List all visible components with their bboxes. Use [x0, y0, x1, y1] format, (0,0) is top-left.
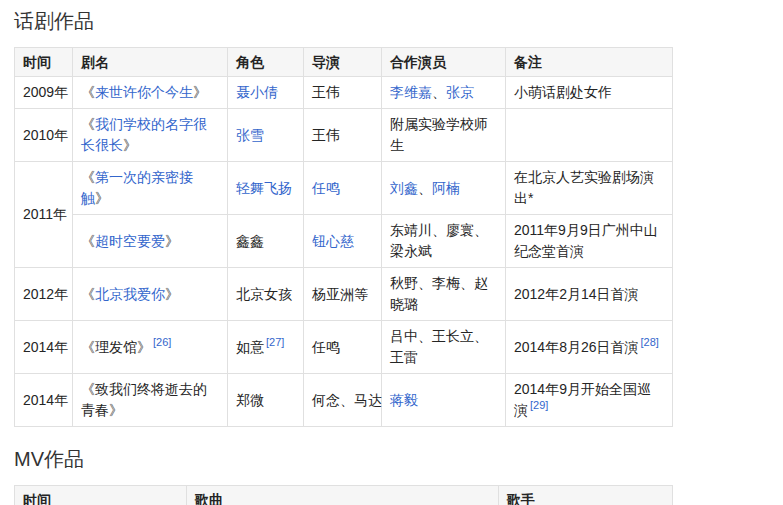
cell-text: 2014年 — [23, 392, 68, 408]
table-cell: 李维嘉、张京 — [382, 77, 506, 109]
wiki-link[interactable]: 刘鑫 — [390, 180, 418, 196]
cell-text: 》 — [193, 84, 207, 100]
table-cell: 聂小倩 — [228, 77, 304, 109]
table-cell: 2011年9月9日广州中山纪念堂首演 — [506, 215, 673, 268]
table-cell: 《超时空要爱》 — [73, 215, 228, 268]
table-row: 2011年《第一次的亲密接触》轻舞飞扬任鸣刘鑫、阿楠在北京人艺实验剧场演出* — [15, 162, 673, 215]
cell-text: 吕中、王长立、王雷 — [390, 328, 488, 365]
ref-link[interactable]: [28] — [641, 336, 659, 348]
cell-text: 秋野、李梅、赵晓璐 — [390, 275, 488, 312]
cell-text: 《致我们终将逝去的青春》 — [81, 381, 207, 418]
wiki-link[interactable]: 阿楠 — [432, 180, 460, 196]
wiki-link[interactable]: 北京我爱你 — [95, 286, 165, 302]
table-cell: 东靖川、廖寰、梁永斌 — [382, 215, 506, 268]
section-heading-mv-works: MV作品 — [14, 446, 783, 472]
cell-text: 、 — [418, 180, 432, 196]
table-cell: 《北京我爱你》 — [73, 268, 228, 321]
cell-text: 《 — [81, 84, 95, 100]
table-cell: 任鸣 — [304, 162, 382, 215]
cell-text: 2012年 — [23, 286, 68, 302]
cell-text: 东靖川、廖寰、梁永斌 — [390, 222, 488, 259]
table-cell: 附属实验学校师生 — [382, 109, 506, 162]
cell-text: 鑫鑫 — [236, 233, 264, 249]
column-header: 时间 — [15, 48, 73, 77]
wiki-link[interactable]: 任鸣 — [312, 180, 340, 196]
cell-text: 2012年2月14日首演 — [514, 286, 639, 302]
table-cell: 王伟 — [304, 109, 382, 162]
table-cell: 刘鑫、阿楠 — [382, 162, 506, 215]
cell-text: 杨亚洲等 — [312, 286, 368, 302]
cell-text: 2011年9月9日广州中山纪念堂首演 — [514, 222, 658, 259]
table-cell: 2009年 — [15, 77, 73, 109]
cell-text: 《 — [81, 169, 95, 185]
table-cell: 2014年 — [15, 321, 73, 374]
cell-text: 2014年 — [23, 339, 68, 355]
cell-text: 》 — [165, 233, 179, 249]
table-row: 2010年《我们学校的名字很长很长》张雪王伟附属实验学校师生 — [15, 109, 673, 162]
cell-text: 《 — [81, 286, 95, 302]
column-header: 歌手 — [499, 486, 673, 505]
column-header: 剧名 — [73, 48, 228, 77]
table-cell: 何念、马达 — [304, 374, 382, 427]
table-row: 2014年《致我们终将逝去的青春》郑微何念、马达蒋毅2014年9月开始全国巡演[… — [15, 374, 673, 427]
table-cell: 2011年 — [15, 162, 73, 268]
cell-text: 2014年8月26日首演 — [514, 339, 639, 355]
table-cell: 《理发馆》[26] — [73, 321, 228, 374]
column-header: 备注 — [506, 48, 673, 77]
cell-text: 在北京人艺实验剧场演出* — [514, 169, 654, 206]
wiki-link[interactable]: 张雪 — [236, 127, 264, 143]
table-cell: 杨亚洲等 — [304, 268, 382, 321]
table-cell: 《来世许你个今生》 — [73, 77, 228, 109]
table-cell: 吕中、王长立、王雷 — [382, 321, 506, 374]
table-cell: 轻舞飞扬 — [228, 162, 304, 215]
header-row: 时间剧名角色导演合作演员备注 — [15, 48, 673, 77]
section-heading-stage-plays: 话剧作品 — [14, 8, 783, 34]
table-cell: 蒋毅 — [382, 374, 506, 427]
wiki-link[interactable]: 李维嘉 — [390, 84, 432, 100]
cell-text: 《 — [81, 116, 95, 132]
cell-text: 郑微 — [236, 392, 264, 408]
table-cell: 2014年9月开始全国巡演[29] — [506, 374, 673, 427]
table-cell: 张雪 — [228, 109, 304, 162]
table-row: 2012年《北京我爱你》北京女孩杨亚洲等秋野、李梅、赵晓璐2012年2月14日首… — [15, 268, 673, 321]
table-cell: 《致我们终将逝去的青春》 — [73, 374, 228, 427]
column-header: 歌曲 — [187, 486, 499, 505]
column-header: 合作演员 — [382, 48, 506, 77]
table-cell: 钮心慈 — [304, 215, 382, 268]
wiki-link[interactable]: 蒋毅 — [390, 392, 418, 408]
table-cell: 任鸣 — [304, 321, 382, 374]
stage-plays-table: 时间剧名角色导演合作演员备注2009年《来世许你个今生》聂小倩王伟李维嘉、张京小… — [14, 47, 673, 427]
wiki-link[interactable]: 来世许你个今生 — [95, 84, 193, 100]
table-cell: 在北京人艺实验剧场演出* — [506, 162, 673, 215]
wiki-link[interactable]: 钮心慈 — [312, 233, 354, 249]
table-cell: 《我们学校的名字很长很长》 — [73, 109, 228, 162]
table-cell: 2014年8月26日首演[28] — [506, 321, 673, 374]
cell-text: 北京女孩 — [236, 286, 292, 302]
ref-link[interactable]: [29] — [530, 399, 548, 411]
wiki-link[interactable]: 我们学校的名字很长很长 — [81, 116, 207, 153]
table-row: 《超时空要爱》鑫鑫钮心慈东靖川、廖寰、梁永斌2011年9月9日广州中山纪念堂首演 — [15, 215, 673, 268]
cell-text: 》 — [95, 190, 109, 206]
wiki-link[interactable]: 超时空要爱 — [95, 233, 165, 249]
header-row: 时间歌曲歌手 — [15, 486, 673, 505]
table-cell: 秋野、李梅、赵晓璐 — [382, 268, 506, 321]
ref-link[interactable]: [27] — [266, 336, 284, 348]
table-cell: 鑫鑫 — [228, 215, 304, 268]
cell-text: 如意 — [236, 339, 264, 355]
cell-text: 王伟 — [312, 84, 340, 100]
table-cell: 郑微 — [228, 374, 304, 427]
column-header: 时间 — [15, 486, 187, 505]
wiki-link[interactable]: 聂小倩 — [236, 84, 278, 100]
table-cell: 2012年2月14日首演 — [506, 268, 673, 321]
ref-link[interactable]: [26] — [153, 336, 171, 348]
wiki-link[interactable]: 张京 — [446, 84, 474, 100]
cell-text: 、 — [432, 84, 446, 100]
cell-text: 《理发馆》 — [81, 339, 151, 355]
table-row: 2009年《来世许你个今生》聂小倩王伟李维嘉、张京小萌话剧处女作 — [15, 77, 673, 109]
table-cell: 2010年 — [15, 109, 73, 162]
wiki-link[interactable]: 轻舞飞扬 — [236, 180, 292, 196]
cell-text: 2011年 — [23, 206, 67, 222]
cell-text: 何念、马达 — [312, 392, 382, 408]
cell-text: 》 — [165, 286, 179, 302]
cell-text: 》 — [123, 137, 137, 153]
